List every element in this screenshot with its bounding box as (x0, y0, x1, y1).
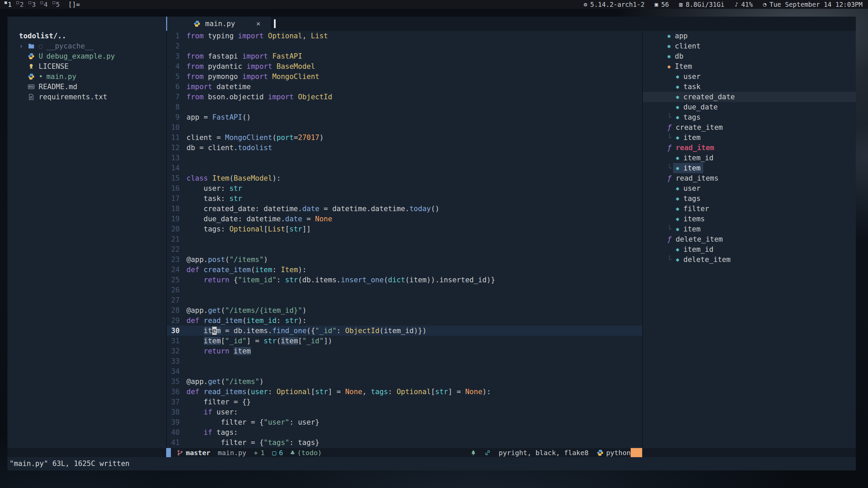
workspace-tag-2[interactable]: 2 (15, 1, 27, 8)
code-line-35[interactable]: 35@app.get("/items") (167, 377, 642, 387)
symbol-app[interactable]: ✱app (643, 31, 856, 41)
code-line-39[interactable]: 39 filter = {"user": user} (167, 417, 642, 427)
workspace-tag-3[interactable]: 3 (27, 1, 39, 8)
code-line-10[interactable]: 10 (167, 122, 642, 133)
code-line-16[interactable]: 16 user: str (167, 183, 642, 194)
code-line-36[interactable]: 36def read_items(user: Optional[str] = N… (167, 387, 642, 397)
tab-label: main.py (205, 20, 235, 28)
code-line-15[interactable]: 15class Item(BaseModel): (167, 173, 642, 183)
code-line-40[interactable]: 40 if tags: (167, 427, 642, 438)
line-text: item["_id"] = str(item["_id"]) (186, 336, 642, 346)
code-line-22[interactable]: 22 (167, 244, 642, 255)
code-line-37[interactable]: 37 filter = {} (167, 397, 642, 407)
variable-icon: ✱ (676, 194, 679, 204)
code-line-11[interactable]: 11client = MongoClient(port=27017) (167, 133, 642, 143)
code-line-28[interactable]: 28@app.get("/items/{item_id}") (167, 305, 642, 316)
symbol-name: db (675, 51, 683, 61)
line-text (186, 366, 642, 377)
symbol-user[interactable]: ✱user (643, 72, 856, 82)
code-line-26[interactable]: 26 (167, 285, 642, 295)
code-line-19[interactable]: 19 due_date: datetime.date = None (167, 214, 642, 224)
code-line-30[interactable]: 30 item = db.items.find_one({"_id": Obje… (167, 326, 642, 336)
symbol-read_item[interactable]: ƒread_item (643, 143, 856, 153)
code-line-38[interactable]: 38 if user: (167, 407, 642, 417)
code-line-12[interactable]: 12db = client.todolist (167, 143, 642, 153)
line-text: filter = {"user": user} (186, 417, 642, 427)
python-icon (597, 449, 604, 456)
workspace-tag-4[interactable]: 4 (39, 1, 51, 8)
tab-main.py[interactable]: main.py× (166, 17, 271, 31)
code-line-23[interactable]: 23@app.post("/items") (167, 255, 642, 265)
file-tree-root[interactable]: todolist/.. (7, 31, 166, 41)
symbol-delete_item[interactable]: └ ✱delete_item (643, 255, 856, 265)
tab-close-button[interactable]: × (256, 20, 261, 28)
code-line-14[interactable]: 14 (167, 163, 642, 173)
symbol-Item[interactable]: ◆Item (643, 61, 856, 72)
workspace-tag-1[interactable]: 1 (3, 1, 15, 8)
symbol-due_date[interactable]: ✱due_date (643, 102, 856, 112)
symbol-item_id[interactable]: ✱item_id (643, 153, 856, 163)
variable-icon: ✱ (667, 31, 671, 41)
file-tree-item-README.md[interactable]: README.md (7, 82, 166, 92)
symbol-delete_item[interactable]: ƒdelete_item (643, 234, 856, 244)
symbol-name: task (684, 82, 701, 92)
workspace-tag-5[interactable]: 5 (52, 1, 63, 8)
symbol-task[interactable]: ✱task (643, 82, 856, 92)
symbol-db[interactable]: ✱db (643, 51, 856, 61)
symbols-outline-panel: ✱app✱client✱db◆Item ✱user ✱task ✱created… (642, 31, 856, 448)
file-tree-item-debug_example.py[interactable]: Udebug_example.py (7, 51, 166, 61)
variable-icon: ✱ (676, 153, 679, 163)
code-line-29[interactable]: 29def read_item(item_id: str): (167, 316, 642, 326)
symbol-tags[interactable]: └ ✱tags (643, 112, 856, 122)
code-line-18[interactable]: 18 created_date: datetime.date = datetim… (167, 204, 642, 214)
folder-collapse-arrow[interactable]: › (19, 41, 28, 51)
code-line-27[interactable]: 27 (167, 295, 642, 305)
file-tree-item-requirements.txt[interactable]: requirements.txt (7, 92, 166, 102)
code-line-20[interactable]: 20 tags: Optional[List[str]] (167, 224, 642, 234)
symbol-name: user (684, 183, 701, 194)
code-line-9[interactable]: 9app = FastAPI() (167, 112, 642, 122)
file-tree-item-__pycache__[interactable]: ›◌__pycache__ (7, 41, 166, 51)
code-line-6[interactable]: 6import datetime (167, 82, 642, 92)
symbol-read_items[interactable]: ƒread_items (643, 173, 856, 183)
line-text: def create_item(item: Item): (186, 265, 642, 275)
symbol-item[interactable]: └ ✱item (643, 163, 856, 173)
symbol-items[interactable]: ✱items (643, 214, 856, 224)
symbol-item[interactable]: └ ✱item (643, 224, 856, 234)
file-tree-item-LICENSE[interactable]: LICENSE (7, 61, 166, 72)
code-line-21[interactable]: 21 (167, 234, 642, 244)
symbol-client[interactable]: ✱client (643, 41, 856, 51)
line-text: return {"item_id": str(db.items.insert_o… (186, 275, 642, 285)
code-line-33[interactable]: 33 (167, 356, 642, 366)
code-line-3[interactable]: 3from fastapi import FastAPI (167, 51, 642, 61)
symbol-tags[interactable]: ✱tags (643, 194, 856, 204)
file-tree-item-main.py[interactable]: •main.py (7, 72, 166, 82)
code-line-25[interactable]: 25 return {"item_id": str(db.items.inser… (167, 275, 642, 285)
code-line-41[interactable]: 41 filter = {"tags": tags} (167, 438, 642, 448)
code-line-13[interactable]: 13 (167, 153, 642, 163)
code-line-31[interactable]: 31 item["_id"] = str(item["_id"]) (167, 336, 642, 346)
symbol-name: item_id (684, 244, 714, 255)
code-line-32[interactable]: 32 return item (167, 346, 642, 356)
code-line-5[interactable]: 5from pymongo import MongoClient (167, 72, 642, 82)
symbol-item[interactable]: └ ✱item (643, 133, 856, 143)
symbol-created_date[interactable]: ✱created_date (643, 92, 856, 102)
code-line-4[interactable]: 4from pydantic import BaseModel (167, 61, 642, 72)
code-editor[interactable]: 1from typing import Optional, List23from… (166, 31, 642, 448)
function-icon: ƒ (667, 234, 672, 244)
code-line-8[interactable]: 8 (167, 102, 642, 112)
symbol-create_item[interactable]: ƒcreate_item (643, 122, 856, 133)
line-number: 1 (167, 31, 186, 41)
code-line-34[interactable]: 34 (167, 366, 642, 377)
symbol-user[interactable]: ✱user (643, 183, 856, 194)
code-line-24[interactable]: 24def create_item(item: Item): (167, 265, 642, 275)
code-line-1[interactable]: 1from typing import Optional, List (167, 31, 642, 41)
code-line-2[interactable]: 2 (167, 41, 642, 51)
code-line-17[interactable]: 17 task: str (167, 194, 642, 204)
line-number: 25 (167, 275, 186, 285)
symbol-filter[interactable]: ✱filter (643, 204, 856, 214)
code-line-7[interactable]: 7from bson.objectid import ObjectId (167, 92, 642, 102)
wm-layout-symbol[interactable]: []= (68, 1, 80, 8)
symbol-item_id[interactable]: ✱item_id (643, 244, 856, 255)
line-number: 33 (167, 356, 186, 366)
